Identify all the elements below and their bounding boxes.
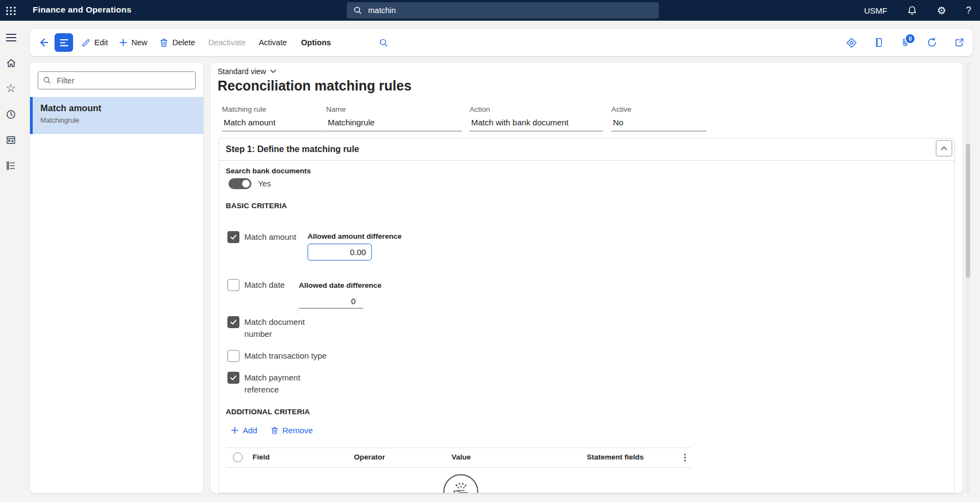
edit-button[interactable]: Edit [81, 38, 108, 47]
column-header-operator: Operator [354, 453, 385, 461]
modules-task-list-icon[interactable] [5, 160, 16, 171]
list-item-title: Match amount [30, 97, 203, 113]
list-view-toggle-button[interactable] [55, 33, 73, 52]
field-action: Action Match with bank document [470, 105, 603, 131]
recent-clock-icon[interactable] [5, 108, 16, 120]
top-navigation-bar: Finance and Operations USMF ⚙ ? [0, 0, 980, 21]
plus-icon [231, 426, 239, 434]
checkbox-match-document-number[interactable]: Match document number [227, 316, 310, 340]
search-icon [353, 6, 362, 15]
open-in-new-window-icon[interactable] [954, 37, 965, 48]
toggle-state-label: Yes [258, 179, 271, 188]
field-name: Name Matchingrule [326, 105, 462, 131]
new-button[interactable]: New [119, 38, 147, 47]
basic-criteria-heading: BASIC CRITERIA [226, 202, 287, 210]
list-filter-box[interactable] [38, 71, 196, 89]
global-search-box[interactable] [347, 2, 659, 19]
criteria-toolbar: Add Remove [231, 426, 313, 435]
search-bank-documents-label: Search bank documents [226, 167, 311, 175]
field-active: Active No [611, 105, 706, 131]
checkbox-checked[interactable] [227, 372, 239, 384]
field-matching-rule-value[interactable]: Match amount [222, 118, 326, 131]
action-pane-right-icons: 0 [846, 37, 965, 49]
delete-button[interactable]: Delete [159, 38, 195, 47]
field-name-value[interactable]: Matchingrule [326, 118, 462, 131]
navigation-rail: ☆ [0, 21, 22, 502]
records-list-panel: Match amount Matchingrule [30, 63, 203, 493]
app-launcher-waffle-icon[interactable] [5, 5, 17, 17]
office-apps-icon[interactable] [874, 37, 884, 48]
checkbox-match-transaction-type[interactable]: Match transaction type [227, 350, 327, 362]
workspaces-window-icon[interactable] [5, 134, 16, 146]
plus-icon [119, 38, 128, 47]
trash-icon [270, 426, 279, 435]
app-title: Finance and Operations [33, 5, 131, 15]
checkbox-match-amount[interactable]: Match amount [227, 231, 296, 243]
filter-input[interactable] [56, 76, 190, 86]
page-title: Reconciliation matching rules [218, 78, 412, 94]
allowed-date-difference-input[interactable] [299, 294, 363, 309]
expand-menu-hamburger-icon[interactable] [6, 32, 16, 43]
chevron-up-icon [940, 144, 948, 152]
attachments-count-badge: 0 [905, 33, 916, 44]
list-item-match-amount[interactable]: Match amount Matchingrule [30, 97, 203, 134]
selected-indicator-bar [30, 97, 33, 134]
action-search-icon[interactable] [379, 38, 388, 47]
company-picker[interactable]: USMF [864, 6, 887, 15]
filter-search-icon [43, 76, 51, 84]
pencil-icon [81, 38, 91, 47]
trash-icon [159, 38, 169, 47]
search-bank-documents-toggle[interactable]: Yes [229, 178, 271, 189]
options-menu[interactable]: Options [301, 38, 331, 47]
checkbox-unchecked[interactable] [227, 279, 239, 291]
checkbox-match-payment-reference[interactable]: Match payment reference [227, 372, 310, 396]
back-button[interactable] [38, 37, 50, 49]
checkbox-checked[interactable] [227, 316, 239, 328]
checkbox-unchecked[interactable] [227, 350, 239, 362]
view-selector[interactable]: Standard view [218, 67, 276, 76]
scrollbar-thumb[interactable] [966, 144, 970, 278]
vertical-scrollbar[interactable] [966, 63, 970, 493]
step1-section: Step 1: Define the matching rule Search … [219, 138, 955, 493]
refresh-icon[interactable] [927, 37, 937, 48]
notifications-bell-icon[interactable] [907, 5, 917, 16]
empty-table-illustration [442, 473, 480, 493]
criteria-table: Field Operator Value Statement fields [226, 447, 691, 468]
app-window: Finance and Operations USMF ⚙ ? [0, 0, 980, 502]
checkbox-checked[interactable] [227, 231, 239, 243]
field-active-value[interactable]: No [611, 118, 706, 131]
toggle-switch[interactable] [229, 178, 251, 189]
form-panel: Standard view Reconciliation matching ru… [211, 63, 963, 493]
column-options-ellipsis-icon[interactable] [681, 453, 689, 462]
help-icon[interactable]: ? [966, 5, 971, 16]
select-all-radio[interactable] [233, 452, 243, 462]
list-item-subtitle: Matchingrule [30, 113, 203, 124]
activate-button[interactable]: Activate [258, 38, 287, 47]
criteria-table-header: Field Operator Value Statement fields [226, 448, 691, 468]
allowed-amount-difference-input[interactable] [308, 244, 372, 261]
add-button[interactable]: Add [231, 426, 257, 435]
allowed-date-difference-field: Allowed date difference [299, 281, 382, 309]
global-search-input[interactable] [367, 5, 652, 15]
remove-button[interactable]: Remove [270, 426, 313, 435]
additional-criteria-heading: ADDITIONAL CRITERIA [226, 408, 310, 416]
column-header-field: Field [252, 453, 270, 461]
checkbox-match-date[interactable]: Match date [227, 279, 285, 291]
field-action-value[interactable]: Match with bank document [470, 118, 603, 131]
topbar-right-controls: USMF ⚙ ? [864, 0, 971, 21]
attachments-paperclip-icon[interactable]: 0 [900, 37, 910, 48]
step1-section-title: Step 1: Define the matching rule [219, 138, 954, 161]
home-icon[interactable] [5, 57, 17, 69]
column-header-value: Value [452, 453, 471, 461]
power-apps-icon[interactable] [846, 37, 857, 49]
favorites-star-icon[interactable]: ☆ [6, 83, 16, 94]
chevron-down-icon [270, 69, 276, 74]
column-header-statement-fields: Statement fields [587, 453, 644, 461]
allowed-amount-difference-field: Allowed amount difference [308, 232, 402, 261]
collapse-section-button[interactable] [936, 140, 952, 156]
deactivate-button[interactable]: Deactivate [208, 38, 246, 47]
toggle-knob [242, 180, 250, 188]
action-pane: Edit New Delete Deactivate Activate [30, 29, 972, 56]
field-matching-rule: Matching rule Match amount [222, 105, 326, 131]
settings-gear-icon[interactable]: ⚙ [937, 4, 946, 16]
